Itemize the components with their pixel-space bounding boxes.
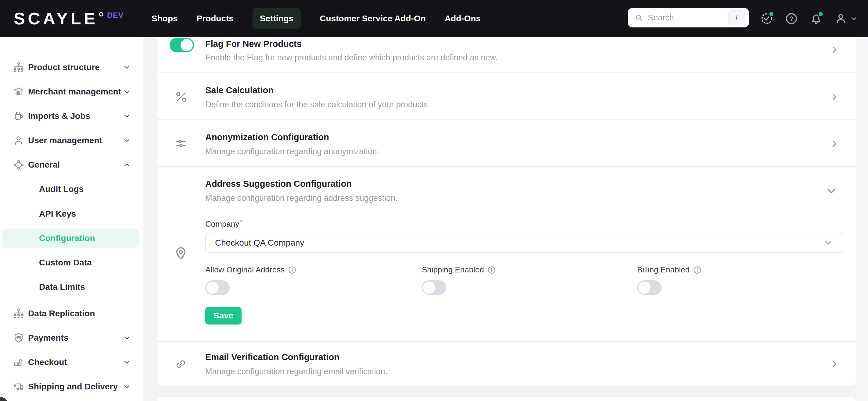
row-title: Email Verification Configuration xyxy=(205,352,339,362)
sidebar-item-checkout[interactable]: Checkout xyxy=(0,353,143,372)
shipping-enabled-toggle[interactable] xyxy=(422,280,446,295)
nav-customer-service-addon[interactable]: Customer Service Add-On xyxy=(320,8,426,29)
row-title: Anonymization Configuration xyxy=(205,132,329,142)
sidebar-item-label: Merchant management xyxy=(28,87,121,97)
notifications-badge xyxy=(817,11,824,18)
top-navigation-bar: SCAYLE DEV Shops Products Settings Custo… xyxy=(0,0,868,37)
row-title: Sale Calculation xyxy=(205,85,274,95)
sidebar-item-label: Payments xyxy=(28,333,68,343)
sidebar-item-custom-data[interactable]: Custom Data xyxy=(0,253,143,272)
sidebar-item-payments[interactable]: Payments xyxy=(0,328,143,348)
nav-products[interactable]: Products xyxy=(197,8,234,29)
row-divider xyxy=(157,120,856,120)
row-description: Enable the Flag for new products and def… xyxy=(205,53,498,63)
coffee-cup-icon xyxy=(13,110,24,122)
save-button[interactable]: Save xyxy=(205,307,242,325)
row-divider xyxy=(157,341,856,342)
sidebar-item-data-replication[interactable]: Data Replication xyxy=(0,304,143,323)
logo-text: SCAYLE xyxy=(14,10,98,27)
percent-icon xyxy=(174,90,188,104)
next-settings-card-partial xyxy=(157,397,856,401)
notifications-bell-icon[interactable] xyxy=(809,12,823,25)
toggle-knob xyxy=(207,281,219,294)
org-chart-icon xyxy=(13,308,24,319)
status-badge xyxy=(768,11,775,18)
sidebar-item-shipping-and-delivery[interactable]: Shipping and Delivery xyxy=(0,377,143,396)
billing-enabled-label: Billing Enabled xyxy=(637,265,702,274)
chevron-down-icon xyxy=(850,14,858,23)
sidebar-item-label: Checkout xyxy=(28,358,67,367)
sidebar-item-label: User management xyxy=(28,136,102,145)
toggle-knob xyxy=(638,281,651,294)
shield-card-icon xyxy=(13,332,24,344)
collapse-section-chevron-icon[interactable] xyxy=(825,185,837,197)
sidebar-item-label: General xyxy=(28,160,60,170)
nav-add-ons[interactable]: Add-Ons xyxy=(445,8,480,29)
link-icon xyxy=(174,357,188,371)
scayle-logo[interactable]: SCAYLE DEV xyxy=(14,0,124,37)
network-nodes-icon xyxy=(13,159,24,171)
info-icon[interactable] xyxy=(487,265,496,274)
sidebar-item-api-keys[interactable]: API Keys xyxy=(0,204,143,224)
storefront-icon xyxy=(13,86,24,98)
status-check-icon[interactable] xyxy=(760,12,773,25)
required-marker: * xyxy=(240,218,243,226)
row-divider xyxy=(157,72,856,72)
svg-text:?: ? xyxy=(789,15,793,23)
allow-original-address-toggle[interactable] xyxy=(205,280,230,295)
topbar-icon-group: ? xyxy=(760,0,858,37)
logo-ring-icon xyxy=(99,12,103,16)
sidebar-item-general[interactable]: General xyxy=(0,155,143,175)
sidebar-item-data-limits[interactable]: Data Limits xyxy=(0,277,143,297)
chevron-right-icon[interactable] xyxy=(829,92,840,102)
toggle-knob xyxy=(181,39,193,51)
sidebar-item-product-structure[interactable]: Product structure xyxy=(0,58,143,77)
chevron-right-icon[interactable] xyxy=(829,44,840,55)
location-pin-icon xyxy=(173,245,188,261)
company-field-label: Company* xyxy=(205,218,243,229)
search-icon xyxy=(634,13,644,22)
sidebar-item-label: Imports & Jobs xyxy=(28,111,90,121)
sidebar-item-user-management[interactable]: User management xyxy=(0,131,143,150)
search-input[interactable] xyxy=(648,13,728,23)
chevron-right-icon[interactable] xyxy=(829,358,840,369)
billing-enabled-toggle[interactable] xyxy=(637,280,661,295)
nav-shops[interactable]: Shops xyxy=(152,8,178,29)
global-search[interactable]: / xyxy=(628,8,749,27)
row-description: Manage configuration regarding email ver… xyxy=(205,367,388,376)
shipping-enabled-label: Shipping Enabled xyxy=(422,265,496,274)
flag-new-products-toggle[interactable] xyxy=(169,38,194,53)
help-icon[interactable]: ? xyxy=(785,12,798,25)
chevron-down-icon xyxy=(123,63,131,72)
chevron-down-icon xyxy=(823,238,834,248)
sidebar-item-label: Product structure xyxy=(28,63,100,72)
allow-original-address-label: Allow Original Address xyxy=(205,265,297,274)
row-description: Manage configuration regarding anonymiza… xyxy=(205,147,379,156)
org-chart-icon xyxy=(13,62,24,73)
sidebar-item-imports-jobs[interactable]: Imports & Jobs xyxy=(0,106,143,126)
chevron-up-icon xyxy=(123,161,131,169)
row-title[interactable]: Address Suggestion Configuration xyxy=(205,179,352,189)
chevron-right-icon[interactable] xyxy=(829,138,840,149)
user-avatar-icon xyxy=(834,12,847,25)
sidebar-item-configuration[interactable]: Configuration xyxy=(0,229,143,248)
company-select-value: Checkout QA Company xyxy=(215,238,823,248)
main-nav: Shops Products Settings Customer Service… xyxy=(152,0,480,37)
chevron-down-icon xyxy=(123,112,131,120)
company-select[interactable]: Checkout QA Company xyxy=(205,233,843,253)
sidebar-item-label: Audit Logs xyxy=(39,185,84,194)
row-divider xyxy=(157,166,856,167)
sidebar-item-audit-logs[interactable]: Audit Logs xyxy=(0,179,143,199)
info-icon[interactable] xyxy=(693,265,702,274)
user-menu[interactable] xyxy=(834,12,858,25)
chevron-down-icon xyxy=(123,88,131,96)
environment-badge: DEV xyxy=(107,11,124,20)
row-description: Manage configuration regarding address s… xyxy=(205,194,397,203)
nav-settings[interactable]: Settings xyxy=(252,8,301,29)
info-icon[interactable] xyxy=(288,265,297,274)
sidebar-item-merchant-management[interactable]: Merchant management xyxy=(0,82,143,101)
sliders-icon xyxy=(174,136,188,151)
chevron-down-icon xyxy=(123,358,131,367)
chevron-down-icon xyxy=(123,136,131,145)
toggle-knob xyxy=(423,281,435,294)
